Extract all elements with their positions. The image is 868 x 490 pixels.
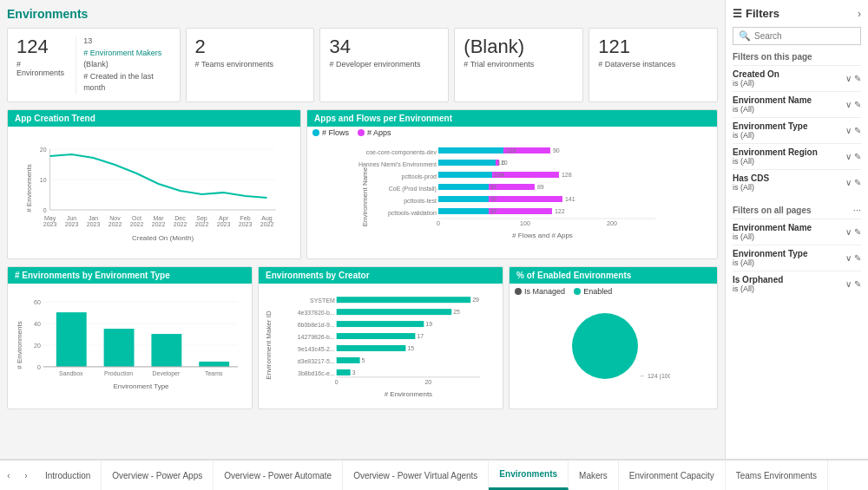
tab-prev[interactable]: ‹ (0, 461, 17, 490)
svg-rect-77 (56, 312, 87, 367)
svg-text:19: 19 (425, 321, 432, 327)
tab-next[interactable]: › (17, 461, 35, 490)
svg-text:CoE (Prod Install): CoE (Prod Install) (389, 186, 437, 193)
legend-flows: # Flows (312, 128, 349, 137)
svg-text:Nov: Nov (109, 215, 121, 221)
filter-env-name-expand[interactable]: ∨ (845, 100, 852, 109)
svg-text:97: 97 (490, 208, 497, 214)
tab-env-capacity[interactable]: Environment Capacity (619, 461, 726, 490)
creator-body: Environment Maker ID SYSTEM 29 4e337820-… (259, 284, 503, 408)
svg-text:coe-core-components-dev: coe-core-components-dev (366, 149, 437, 156)
creator-svg: Environment Maker ID SYSTEM 29 4e337820-… (264, 289, 497, 402)
filter-edit-icon[interactable]: ✎ (854, 74, 861, 83)
filter-orphaned-edit[interactable]: ✎ (854, 279, 861, 289)
pct-legend: Is Managed Enabled (510, 284, 717, 299)
tab-makers[interactable]: Makers (569, 461, 619, 490)
svg-text:128: 128 (562, 172, 572, 178)
filter-orphaned-expand[interactable]: ∨ (845, 279, 852, 289)
svg-text:Jun: Jun (67, 215, 76, 221)
kpi-developer-main: 34 (329, 36, 439, 58)
filter-expand-icon[interactable]: ∨ (845, 74, 852, 83)
svg-text:104: 104 (494, 172, 504, 178)
svg-text:10: 10 (40, 177, 47, 183)
svg-text:Environment Name: Environment Name (361, 167, 369, 226)
filter-search-box[interactable]: 🔍 (733, 27, 861, 45)
filter-env-type-expand[interactable]: ∨ (845, 126, 852, 135)
kpi-card-environments: 124 # Environments 13 # Environment Make… (7, 28, 181, 102)
svg-text:126: 126 (506, 147, 516, 154)
kpi-card-developer: 34 # Developer environments (319, 28, 449, 102)
filter-all-env-name: Environment Name is (All) ∨ ✎ (733, 219, 861, 245)
filters-expand-icon[interactable]: › (858, 8, 861, 20)
left-panel: Environments 124 # Environments 13 # Env… (0, 0, 725, 459)
svg-text:14279826-b...: 14279826-b... (298, 334, 335, 340)
svg-text:Hannes Niemi's Environment: Hannes Niemi's Environment (358, 161, 437, 167)
svg-text:# Flows and # Apps: # Flows and # Apps (512, 232, 573, 239)
kpi-environments-main: 124 (16, 36, 67, 58)
svg-text:3b8bd16c-e...: 3b8bd16c-e... (298, 369, 335, 376)
filter-env-name: Environment Name is (All) ∨ ✎ (733, 91, 861, 117)
filter-has-cds-expand[interactable]: ∨ (845, 178, 852, 187)
tab-power-virtual-agents[interactable]: Overview - Power Virtual Agents (343, 461, 489, 490)
tab-power-apps[interactable]: Overview - Power Apps (102, 461, 214, 490)
filter-env-region-expand[interactable]: ∨ (845, 152, 852, 161)
svg-text:pcttools-validation: pcttools-validation (388, 210, 437, 217)
svg-text:Developer: Developer (152, 369, 180, 376)
svg-text:25: 25 (453, 309, 460, 315)
svg-rect-55 (489, 196, 562, 202)
svg-text:6b0b8e1d-9...: 6b0b8e1d-9... (298, 322, 335, 328)
tab-power-automate[interactable]: Overview - Power Automate (214, 461, 343, 490)
pie-svg: ← 124 (100%) (557, 304, 670, 391)
svg-text:# Environments: # Environments (25, 164, 33, 212)
svg-text:Created On (Month): Created On (Month) (132, 234, 194, 242)
svg-text:# Environments: # Environments (385, 389, 432, 397)
pct-enabled-chart: % of Enabled Environments Is Managed Ena… (509, 266, 718, 409)
svg-text:90: 90 (553, 147, 560, 154)
filter-env-type: Environment Type is (All) ∨ ✎ (733, 117, 861, 143)
filter-env-name-edit[interactable]: ✎ (854, 100, 861, 109)
pct-enabled-header: % of Enabled Environments (510, 267, 717, 284)
filter-all-env-type-expand[interactable]: ∨ (845, 253, 852, 263)
svg-text:2023: 2023 (217, 221, 231, 227)
svg-point-113 (572, 313, 638, 379)
svg-text:20: 20 (34, 342, 41, 348)
filter-all-orphaned: Is Orphaned is (All) ∨ ✎ (733, 271, 861, 297)
all-pages-title: Filters on all pages (733, 206, 812, 215)
svg-text:Dec: Dec (174, 215, 186, 221)
filter-has-cds-edit[interactable]: ✎ (854, 178, 861, 187)
svg-text:2023: 2023 (65, 221, 79, 227)
page-title: Environments (7, 7, 718, 21)
tab-introduction[interactable]: Introduction (35, 461, 102, 490)
svg-text:97: 97 (490, 184, 497, 190)
svg-text:2023: 2023 (239, 221, 253, 227)
kpi-environments-label: # Environments (16, 60, 67, 77)
all-filters-menu[interactable]: ··· (853, 205, 861, 215)
svg-rect-95 (337, 321, 424, 327)
filter-all-env-type-edit[interactable]: ✎ (854, 253, 861, 263)
filter-env-type-edit[interactable]: ✎ (854, 126, 861, 135)
filter-all-env-name-value: is (All) (733, 232, 812, 241)
kpi-teams-label: # Teams environments (195, 60, 306, 69)
filter-env-type-value: is (All) (733, 131, 808, 140)
apps-flows-body: Environment Name coe-core-components-dev… (307, 137, 717, 258)
kpi-dataverse-label: # Dataverse instances (598, 60, 708, 69)
search-input[interactable] (754, 31, 855, 41)
charts-row-1: App Creation Trend # Environments 20 10 … (7, 109, 718, 259)
filter-created-on-value: is (All) (733, 79, 779, 88)
svg-text:5: 5 (362, 356, 365, 363)
apps-flows-chart: Apps and Flows per Environment # Flows #… (306, 109, 718, 259)
filter-env-region-edit[interactable]: ✎ (854, 152, 861, 161)
svg-rect-54 (438, 196, 489, 202)
svg-text:← 124 (100%): ← 124 (100%) (640, 373, 670, 380)
filter-all-env-name-edit[interactable]: ✎ (854, 227, 861, 237)
filter-all-env-name-expand[interactable]: ∨ (845, 227, 852, 237)
svg-text:Feb: Feb (240, 215, 251, 221)
filter-created-on-name: Created On (733, 69, 779, 79)
kpi-teams-main: 2 (195, 36, 306, 58)
svg-text:2023: 2023 (87, 221, 101, 227)
tab-environments[interactable]: Environments (489, 461, 569, 490)
svg-text:2022: 2022 (152, 221, 166, 227)
tab-teams-env[interactable]: Teams Environments (726, 461, 828, 490)
svg-text:200: 200 (607, 220, 617, 226)
svg-rect-79 (151, 334, 181, 367)
